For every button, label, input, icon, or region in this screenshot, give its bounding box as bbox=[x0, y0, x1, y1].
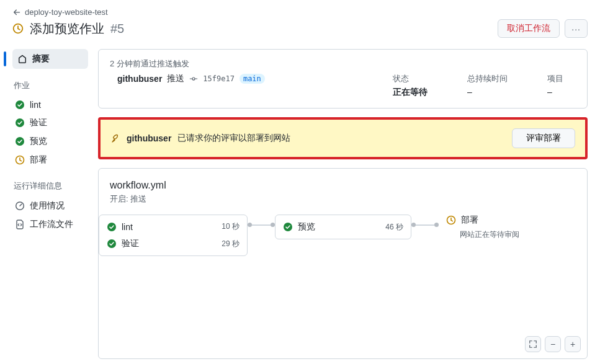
connector-dot bbox=[248, 223, 252, 227]
breadcrumb-text: deploy-toy-website-test bbox=[25, 7, 108, 17]
arrow-left-icon bbox=[12, 8, 21, 17]
check-circle-icon bbox=[15, 100, 25, 110]
workflow-file-link[interactable]: 工作流文件 bbox=[12, 215, 88, 234]
duration-value: – bbox=[467, 87, 508, 97]
home-icon bbox=[17, 54, 27, 64]
artifacts-value: – bbox=[547, 87, 563, 97]
summary-tab[interactable]: 摘要 bbox=[12, 49, 88, 69]
check-circle-icon bbox=[15, 118, 25, 128]
file-code-icon bbox=[15, 220, 25, 229]
connector-line bbox=[416, 224, 434, 226]
graph-node-preview[interactable]: 预览 46 秒 bbox=[275, 215, 411, 239]
cancel-workflow-button[interactable]: 取消工作流 bbox=[498, 19, 560, 38]
details-section-label: 运行详细信息 bbox=[14, 180, 88, 192]
breadcrumb[interactable]: deploy-toy-website-test bbox=[12, 7, 588, 17]
review-text: 已请求你的评审以部署到网站 bbox=[177, 133, 290, 144]
check-circle-icon bbox=[107, 239, 117, 249]
job-preview[interactable]: 预览 bbox=[12, 132, 88, 151]
job-validate[interactable]: 验证 bbox=[12, 113, 88, 132]
run-meta-card: 2 分钟前通过推送触发 githubuser 推送 15f9e17 main 状… bbox=[98, 49, 588, 109]
zoom-out-button[interactable]: − bbox=[545, 336, 561, 352]
sidebar: 摘要 作业 lint 验证 预览 部署 运行详细信息 使用情况 bbox=[12, 49, 88, 359]
zoom-in-button[interactable]: + bbox=[565, 336, 581, 352]
artifacts-label: 项目 bbox=[547, 73, 563, 84]
status-label: 状态 bbox=[393, 73, 428, 84]
connector-dot bbox=[411, 223, 416, 227]
fullscreen-icon bbox=[529, 340, 537, 348]
clock-icon bbox=[12, 23, 24, 34]
trigger-text: 2 分钟前通过推送触发 bbox=[110, 58, 576, 69]
jobs-section-label: 作业 bbox=[14, 80, 88, 91]
more-actions-button[interactable]: ... bbox=[565, 19, 588, 38]
clock-icon bbox=[446, 215, 456, 225]
commit-hash[interactable]: 15f9e17 bbox=[203, 74, 235, 83]
connector-line bbox=[252, 224, 271, 226]
git-commit-icon bbox=[189, 74, 198, 83]
review-banner: githubuser 已请求你的评审以部署到网站 评审部署 bbox=[98, 117, 588, 159]
review-user[interactable]: githubuser bbox=[127, 133, 171, 143]
meter-icon bbox=[15, 201, 25, 211]
run-number: #5 bbox=[110, 22, 124, 36]
clock-icon bbox=[15, 155, 25, 165]
job-lint[interactable]: lint bbox=[12, 96, 88, 113]
review-deployments-button[interactable]: 评审部署 bbox=[512, 128, 575, 148]
workflow-filename: workflow.yml bbox=[110, 180, 576, 191]
fullscreen-button[interactable] bbox=[525, 336, 541, 352]
check-circle-icon bbox=[283, 222, 293, 232]
usage-link[interactable]: 使用情况 bbox=[12, 197, 88, 215]
summary-label: 摘要 bbox=[32, 53, 50, 64]
connector-dot bbox=[434, 223, 439, 227]
connector-dot bbox=[271, 223, 275, 227]
deploy-waiting-msg: 网站正在等待审阅 bbox=[446, 229, 555, 240]
graph-node-deploy[interactable]: 部署 网站正在等待审阅 bbox=[439, 215, 563, 246]
trigger-user[interactable]: githubuser bbox=[117, 74, 162, 84]
check-circle-icon bbox=[15, 136, 25, 146]
trigger-action: 推送 bbox=[167, 73, 184, 84]
check-circle-icon bbox=[107, 222, 117, 232]
branch-badge[interactable]: main bbox=[240, 74, 265, 84]
workflow-trigger: 开启: 推送 bbox=[110, 193, 576, 205]
rocket-icon bbox=[110, 133, 120, 143]
graph-node-group-1[interactable]: lint 10 秒 验证 29 秒 bbox=[99, 215, 248, 256]
svg-point-6 bbox=[192, 78, 195, 80]
duration-label: 总持续时间 bbox=[467, 73, 508, 84]
job-deploy[interactable]: 部署 bbox=[12, 151, 88, 169]
status-value: 正在等待 bbox=[393, 87, 428, 98]
page-title: 添加预览作业 bbox=[30, 20, 104, 37]
workflow-graph-card: workflow.yml 开启: 推送 lint 10 秒 验 bbox=[98, 168, 588, 359]
